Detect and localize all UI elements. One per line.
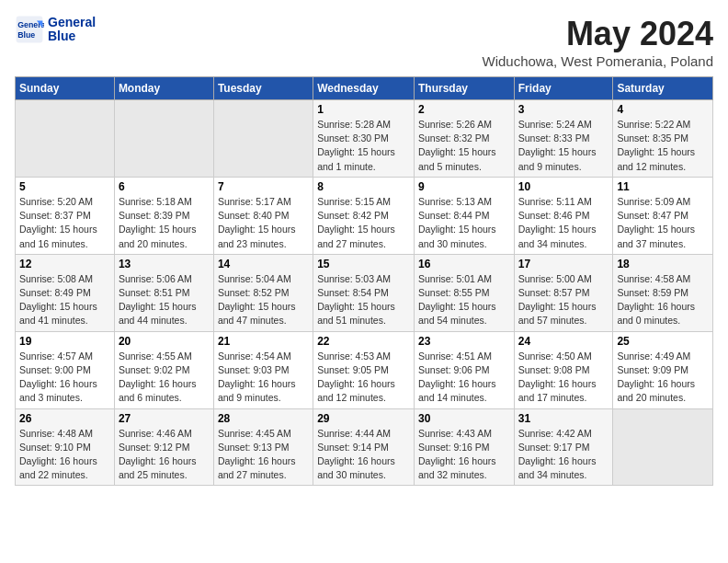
day-info: Sunrise: 5:03 AM Sunset: 8:54 PM Dayligh… [317,272,410,328]
day-number: 16 [418,258,510,270]
calendar-subtitle: Widuchowa, West Pomerania, Poland [482,53,713,69]
weekday-header-row: SundayMondayTuesdayWednesdayThursdayFrid… [16,77,713,100]
logo: General Blue General Blue [15,15,96,44]
day-number: 30 [418,412,510,425]
calendar-cell: 1Sunrise: 5:28 AM Sunset: 8:30 PM Daylig… [313,100,415,178]
calendar-cell: 16Sunrise: 5:01 AM Sunset: 8:55 PM Dayli… [414,254,514,331]
calendar-cell: 27Sunrise: 4:46 AM Sunset: 9:12 PM Dayli… [114,408,213,486]
calendar-cell: 28Sunrise: 4:45 AM Sunset: 9:13 PM Dayli… [213,408,313,486]
day-number: 24 [518,335,609,348]
calendar-cell: 24Sunrise: 4:50 AM Sunset: 9:08 PM Dayli… [514,331,613,408]
title-block: May 2024 Widuchowa, West Pomerania, Pola… [482,15,713,69]
calendar-cell: 15Sunrise: 5:03 AM Sunset: 8:54 PM Dayli… [313,254,415,331]
day-info: Sunrise: 4:46 AM Sunset: 9:12 PM Dayligh… [119,427,210,483]
calendar-title: May 2024 [482,15,713,53]
calendar-week-row: 19Sunrise: 4:57 AM Sunset: 9:00 PM Dayli… [16,331,713,408]
weekday-header: Friday [514,77,613,100]
day-number: 19 [19,335,110,348]
day-info: Sunrise: 4:50 AM Sunset: 9:08 PM Dayligh… [518,350,609,406]
calendar-week-row: 26Sunrise: 4:48 AM Sunset: 9:10 PM Dayli… [16,408,713,486]
calendar-cell: 11Sunrise: 5:09 AM Sunset: 8:47 PM Dayli… [613,177,713,254]
calendar-cell: 9Sunrise: 5:13 AM Sunset: 8:44 PM Daylig… [414,177,514,254]
day-info: Sunrise: 5:18 AM Sunset: 8:39 PM Dayligh… [119,195,210,251]
day-number: 13 [119,258,210,270]
day-info: Sunrise: 4:42 AM Sunset: 9:17 PM Dayligh… [518,427,609,483]
day-info: Sunrise: 4:57 AM Sunset: 9:00 PM Dayligh… [19,350,110,406]
calendar-cell: 18Sunrise: 4:58 AM Sunset: 8:59 PM Dayli… [613,254,713,331]
day-info: Sunrise: 4:53 AM Sunset: 9:05 PM Dayligh… [317,350,410,406]
day-number: 29 [317,412,410,425]
day-info: Sunrise: 4:44 AM Sunset: 9:14 PM Dayligh… [317,427,410,483]
calendar-cell: 25Sunrise: 4:49 AM Sunset: 9:09 PM Dayli… [613,331,713,408]
calendar-cell: 6Sunrise: 5:18 AM Sunset: 8:39 PM Daylig… [114,177,213,254]
calendar-cell: 30Sunrise: 4:43 AM Sunset: 9:16 PM Dayli… [414,408,514,486]
weekday-header: Thursday [414,77,514,100]
day-number: 23 [418,335,510,348]
day-info: Sunrise: 4:55 AM Sunset: 9:02 PM Dayligh… [119,350,210,406]
day-number: 20 [119,335,210,348]
calendar-cell: 7Sunrise: 5:17 AM Sunset: 8:40 PM Daylig… [213,177,313,254]
calendar-cell: 31Sunrise: 4:42 AM Sunset: 9:17 PM Dayli… [514,408,613,486]
weekday-header: Tuesday [213,77,313,100]
calendar-cell: 22Sunrise: 4:53 AM Sunset: 9:05 PM Dayli… [313,331,415,408]
day-info: Sunrise: 4:51 AM Sunset: 9:06 PM Dayligh… [418,350,510,406]
calendar-week-row: 1Sunrise: 5:28 AM Sunset: 8:30 PM Daylig… [16,100,713,178]
day-number: 27 [119,412,210,425]
day-number: 5 [19,180,110,193]
calendar-table: SundayMondayTuesdayWednesdayThursdayFrid… [15,76,713,486]
calendar-cell: 5Sunrise: 5:20 AM Sunset: 8:37 PM Daylig… [16,177,115,254]
calendar-cell: 20Sunrise: 4:55 AM Sunset: 9:02 PM Dayli… [114,331,213,408]
day-info: Sunrise: 5:08 AM Sunset: 8:49 PM Dayligh… [19,272,110,328]
logo-icon: General Blue [15,15,44,44]
day-number: 14 [218,258,309,270]
calendar-cell: 10Sunrise: 5:11 AM Sunset: 8:46 PM Dayli… [514,177,613,254]
day-info: Sunrise: 4:58 AM Sunset: 8:59 PM Dayligh… [617,272,709,328]
day-info: Sunrise: 4:54 AM Sunset: 9:03 PM Dayligh… [218,350,309,406]
day-number: 15 [317,258,410,270]
calendar-cell: 2Sunrise: 5:26 AM Sunset: 8:32 PM Daylig… [414,100,514,178]
day-number: 4 [617,103,709,116]
day-info: Sunrise: 4:48 AM Sunset: 9:10 PM Dayligh… [19,427,110,483]
day-number: 21 [218,335,309,348]
calendar-cell [213,100,313,178]
weekday-header: Monday [114,77,213,100]
day-number: 17 [518,258,609,270]
calendar-cell [114,100,213,178]
calendar-week-row: 5Sunrise: 5:20 AM Sunset: 8:37 PM Daylig… [16,177,713,254]
day-info: Sunrise: 5:01 AM Sunset: 8:55 PM Dayligh… [418,272,510,328]
logo-line2: Blue [48,29,96,43]
day-info: Sunrise: 4:43 AM Sunset: 9:16 PM Dayligh… [418,427,510,483]
page-header: General Blue General Blue May 2024 Widuc… [15,15,713,69]
day-info: Sunrise: 4:45 AM Sunset: 9:13 PM Dayligh… [218,427,309,483]
day-number: 11 [617,180,709,193]
day-number: 6 [119,180,210,193]
day-number: 1 [317,103,410,116]
svg-text:Blue: Blue [17,30,35,40]
calendar-week-row: 12Sunrise: 5:08 AM Sunset: 8:49 PM Dayli… [16,254,713,331]
day-info: Sunrise: 5:15 AM Sunset: 8:42 PM Dayligh… [317,195,410,251]
day-info: Sunrise: 5:24 AM Sunset: 8:33 PM Dayligh… [518,118,609,174]
day-number: 26 [19,412,110,425]
day-number: 31 [518,412,609,425]
calendar-cell: 21Sunrise: 4:54 AM Sunset: 9:03 PM Dayli… [213,331,313,408]
calendar-cell: 12Sunrise: 5:08 AM Sunset: 8:49 PM Dayli… [16,254,115,331]
calendar-cell [613,408,713,486]
calendar-cell: 19Sunrise: 4:57 AM Sunset: 9:00 PM Dayli… [16,331,115,408]
day-info: Sunrise: 5:28 AM Sunset: 8:30 PM Dayligh… [317,118,410,174]
calendar-cell: 29Sunrise: 4:44 AM Sunset: 9:14 PM Dayli… [313,408,415,486]
calendar-cell: 3Sunrise: 5:24 AM Sunset: 8:33 PM Daylig… [514,100,613,178]
day-number: 9 [418,180,510,193]
calendar-cell: 8Sunrise: 5:15 AM Sunset: 8:42 PM Daylig… [313,177,415,254]
day-number: 3 [518,103,609,116]
day-info: Sunrise: 5:00 AM Sunset: 8:57 PM Dayligh… [518,272,609,328]
day-info: Sunrise: 4:49 AM Sunset: 9:09 PM Dayligh… [617,350,709,406]
day-number: 18 [617,258,709,270]
day-number: 12 [19,258,110,270]
day-info: Sunrise: 5:26 AM Sunset: 8:32 PM Dayligh… [418,118,510,174]
calendar-cell: 17Sunrise: 5:00 AM Sunset: 8:57 PM Dayli… [514,254,613,331]
day-info: Sunrise: 5:20 AM Sunset: 8:37 PM Dayligh… [19,195,110,251]
weekday-header: Sunday [16,77,115,100]
day-info: Sunrise: 5:22 AM Sunset: 8:35 PM Dayligh… [617,118,709,174]
calendar-cell: 4Sunrise: 5:22 AM Sunset: 8:35 PM Daylig… [613,100,713,178]
logo-line1: General [48,16,96,29]
